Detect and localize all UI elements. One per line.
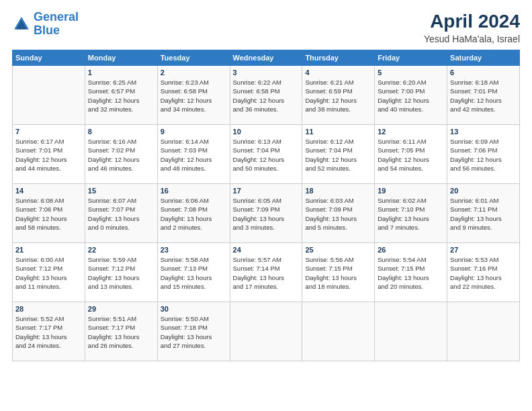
day-info: Sunrise: 6:01 AM Sunset: 7:11 PM Dayligh… <box>450 196 517 232</box>
calendar-table: Sunday Monday Tuesday Wednesday Thursday… <box>12 50 520 361</box>
calendar-cell: 29Sunrise: 5:51 AM Sunset: 7:17 PM Dayli… <box>85 302 157 361</box>
week-row-4: 21Sunrise: 6:00 AM Sunset: 7:12 PM Dayli… <box>13 243 520 302</box>
logo: General Blue <box>12 11 79 38</box>
day-number: 20 <box>450 187 517 195</box>
day-info: Sunrise: 6:09 AM Sunset: 7:06 PM Dayligh… <box>450 137 517 173</box>
day-info: Sunrise: 5:50 AM Sunset: 7:18 PM Dayligh… <box>161 314 227 350</box>
day-number: 30 <box>161 305 227 313</box>
day-number: 22 <box>88 246 154 254</box>
calendar-cell: 3Sunrise: 6:22 AM Sunset: 6:58 PM Daylig… <box>230 66 302 125</box>
day-number: 25 <box>305 246 371 254</box>
day-info: Sunrise: 6:12 AM Sunset: 7:04 PM Dayligh… <box>305 137 371 173</box>
day-number: 2 <box>161 68 227 77</box>
day-info: Sunrise: 6:11 AM Sunset: 7:05 PM Dayligh… <box>378 137 444 173</box>
calendar-cell: 18Sunrise: 6:03 AM Sunset: 7:09 PM Dayli… <box>302 184 375 243</box>
calendar-cell: 6Sunrise: 6:18 AM Sunset: 7:01 PM Daylig… <box>447 66 520 125</box>
day-info: Sunrise: 6:20 AM Sunset: 7:00 PM Dayligh… <box>378 78 444 113</box>
day-info: Sunrise: 5:57 AM Sunset: 7:14 PM Dayligh… <box>233 255 300 291</box>
day-info: Sunrise: 6:22 AM Sunset: 6:58 PM Dayligh… <box>233 78 300 113</box>
main-title: April 2024 <box>424 11 520 32</box>
page: General Blue April 2024 Yesud HaMa'ala, … <box>0 0 532 411</box>
day-info: Sunrise: 6:16 AM Sunset: 7:02 PM Dayligh… <box>88 137 154 173</box>
calendar-cell <box>375 302 447 361</box>
calendar-cell: 4Sunrise: 6:21 AM Sunset: 6:59 PM Daylig… <box>302 66 375 125</box>
calendar-cell: 11Sunrise: 6:12 AM Sunset: 7:04 PM Dayli… <box>302 125 375 184</box>
col-saturday: Saturday <box>447 50 520 66</box>
day-number: 24 <box>233 246 300 254</box>
day-info: Sunrise: 5:54 AM Sunset: 7:15 PM Dayligh… <box>378 255 444 291</box>
day-info: Sunrise: 6:00 AM Sunset: 7:12 PM Dayligh… <box>15 255 82 291</box>
day-number: 15 <box>88 187 154 195</box>
calendar-cell: 30Sunrise: 5:50 AM Sunset: 7:18 PM Dayli… <box>157 302 230 361</box>
day-number: 28 <box>15 305 82 313</box>
week-row-3: 14Sunrise: 6:08 AM Sunset: 7:06 PM Dayli… <box>13 184 520 243</box>
col-sunday: Sunday <box>13 50 85 66</box>
header-row: Sunday Monday Tuesday Wednesday Thursday… <box>13 50 520 66</box>
calendar-cell: 13Sunrise: 6:09 AM Sunset: 7:06 PM Dayli… <box>447 125 520 184</box>
day-number: 5 <box>378 68 444 77</box>
logo-icon <box>12 15 31 34</box>
day-number: 19 <box>378 187 444 195</box>
calendar-cell: 10Sunrise: 6:13 AM Sunset: 7:04 PM Dayli… <box>230 125 302 184</box>
day-number: 26 <box>378 246 444 254</box>
day-number: 23 <box>161 246 227 254</box>
col-monday: Monday <box>85 50 157 66</box>
day-info: Sunrise: 5:59 AM Sunset: 7:12 PM Dayligh… <box>88 255 154 291</box>
day-info: Sunrise: 6:21 AM Sunset: 6:59 PM Dayligh… <box>305 78 371 113</box>
day-number: 21 <box>15 246 82 254</box>
calendar-cell: 15Sunrise: 6:07 AM Sunset: 7:07 PM Dayli… <box>85 184 157 243</box>
day-number: 29 <box>88 305 154 313</box>
day-info: Sunrise: 6:14 AM Sunset: 7:03 PM Dayligh… <box>161 137 227 173</box>
col-tuesday: Tuesday <box>157 50 230 66</box>
col-friday: Friday <box>375 50 447 66</box>
day-number: 16 <box>161 187 227 195</box>
day-info: Sunrise: 6:18 AM Sunset: 7:01 PM Dayligh… <box>450 78 517 113</box>
col-thursday: Thursday <box>302 50 375 66</box>
day-number: 11 <box>305 128 371 136</box>
calendar-cell <box>13 66 85 125</box>
day-number: 18 <box>305 187 371 195</box>
col-wednesday: Wednesday <box>230 50 302 66</box>
day-number: 13 <box>450 128 517 136</box>
calendar-cell: 9Sunrise: 6:14 AM Sunset: 7:03 PM Daylig… <box>157 125 230 184</box>
day-number: 17 <box>233 187 300 195</box>
day-info: Sunrise: 5:58 AM Sunset: 7:13 PM Dayligh… <box>161 255 227 291</box>
calendar-cell: 26Sunrise: 5:54 AM Sunset: 7:15 PM Dayli… <box>375 243 447 302</box>
calendar-cell: 28Sunrise: 5:52 AM Sunset: 7:17 PM Dayli… <box>13 302 85 361</box>
day-info: Sunrise: 6:06 AM Sunset: 7:08 PM Dayligh… <box>161 196 227 232</box>
calendar-cell: 7Sunrise: 6:17 AM Sunset: 7:01 PM Daylig… <box>13 125 85 184</box>
week-row-2: 7Sunrise: 6:17 AM Sunset: 7:01 PM Daylig… <box>13 125 520 184</box>
calendar-cell: 1Sunrise: 6:25 AM Sunset: 6:57 PM Daylig… <box>85 66 157 125</box>
day-info: Sunrise: 6:25 AM Sunset: 6:57 PM Dayligh… <box>88 78 154 113</box>
day-number: 27 <box>450 246 517 254</box>
day-number: 6 <box>450 68 517 77</box>
day-number: 14 <box>15 187 82 195</box>
day-info: Sunrise: 5:56 AM Sunset: 7:15 PM Dayligh… <box>305 255 371 291</box>
calendar-cell: 22Sunrise: 5:59 AM Sunset: 7:12 PM Dayli… <box>85 243 157 302</box>
calendar-cell: 24Sunrise: 5:57 AM Sunset: 7:14 PM Dayli… <box>230 243 302 302</box>
calendar-cell: 2Sunrise: 6:23 AM Sunset: 6:58 PM Daylig… <box>157 66 230 125</box>
day-number: 12 <box>378 128 444 136</box>
calendar-cell <box>302 302 375 361</box>
calendar-cell: 23Sunrise: 5:58 AM Sunset: 7:13 PM Dayli… <box>157 243 230 302</box>
day-info: Sunrise: 5:52 AM Sunset: 7:17 PM Dayligh… <box>15 314 82 350</box>
calendar-cell: 12Sunrise: 6:11 AM Sunset: 7:05 PM Dayli… <box>375 125 447 184</box>
day-info: Sunrise: 6:03 AM Sunset: 7:09 PM Dayligh… <box>305 196 371 232</box>
day-number: 1 <box>88 68 154 77</box>
calendar-cell: 19Sunrise: 6:02 AM Sunset: 7:10 PM Dayli… <box>375 184 447 243</box>
day-info: Sunrise: 6:17 AM Sunset: 7:01 PM Dayligh… <box>15 137 82 173</box>
calendar-cell <box>447 302 520 361</box>
day-info: Sunrise: 6:05 AM Sunset: 7:09 PM Dayligh… <box>233 196 300 232</box>
week-row-5: 28Sunrise: 5:52 AM Sunset: 7:17 PM Dayli… <box>13 302 520 361</box>
week-row-1: 1Sunrise: 6:25 AM Sunset: 6:57 PM Daylig… <box>13 66 520 125</box>
calendar-cell: 5Sunrise: 6:20 AM Sunset: 7:00 PM Daylig… <box>375 66 447 125</box>
calendar-cell: 27Sunrise: 5:53 AM Sunset: 7:16 PM Dayli… <box>447 243 520 302</box>
day-info: Sunrise: 6:13 AM Sunset: 7:04 PM Dayligh… <box>233 137 300 173</box>
calendar-cell: 8Sunrise: 6:16 AM Sunset: 7:02 PM Daylig… <box>85 125 157 184</box>
calendar-cell <box>230 302 302 361</box>
day-number: 9 <box>161 128 227 136</box>
subtitle: Yesud HaMa'ala, Israel <box>424 34 520 44</box>
day-info: Sunrise: 6:02 AM Sunset: 7:10 PM Dayligh… <box>378 196 444 232</box>
calendar-cell: 17Sunrise: 6:05 AM Sunset: 7:09 PM Dayli… <box>230 184 302 243</box>
day-number: 10 <box>233 128 300 136</box>
